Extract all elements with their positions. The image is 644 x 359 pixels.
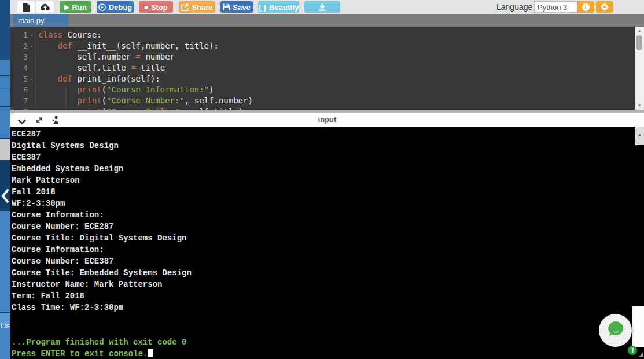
play-icon: ▶ [64, 4, 69, 10]
line-number: 4 [10, 62, 28, 73]
console-line: Term: Fall 2018 [12, 290, 644, 302]
gear-icon [601, 3, 609, 11]
resize-grip-icon[interactable] [638, 352, 643, 357]
sidebar-segment[interactable] [0, 211, 10, 312]
stop-icon: ■ [144, 4, 148, 10]
language-value: Python 3 [538, 3, 567, 12]
sidebar-segment[interactable] [0, 107, 10, 138]
scroll-up-icon[interactable]: ▲ [635, 27, 644, 35]
tab-bar: main.py [10, 14, 644, 27]
line-number: 6 [10, 84, 28, 95]
code-line[interactable]: 5▾ def print_info(self): [10, 73, 634, 84]
fold-arrow-icon[interactable]: ▾ [28, 29, 36, 40]
console-line: Course Title: Digital Systems Design [12, 232, 644, 244]
console-line: Course Number: ECE387 [12, 256, 644, 267]
cloud-upload-icon [41, 3, 50, 11]
console-line: Fall 2018 [12, 186, 644, 198]
console-line: Course Information: [12, 209, 644, 221]
download-button[interactable] [304, 1, 340, 13]
save-button-label: Save [233, 3, 250, 12]
fold-spacer [28, 84, 36, 95]
console-input-label: input [10, 115, 644, 124]
code-text: def __init__(self,number, title): [36, 40, 634, 51]
code-line[interactable]: 1▾class Course: [10, 29, 634, 40]
save-icon [223, 3, 230, 10]
social-sidebar: Us [0, 0, 10, 359]
console-line: Embedded Systems Design [12, 163, 644, 175]
code-lines: 1▾class Course:2▾ def __init__(self,numb… [10, 29, 634, 110]
run-button[interactable]: ▶ Run [60, 1, 91, 13]
sidebar-segment[interactable] [0, 76, 10, 91]
cloud-upload-button[interactable] [36, 1, 54, 13]
cookie-settings-icon[interactable] [628, 346, 637, 355]
code-line[interactable]: 4 self.title = title [10, 62, 634, 73]
code-editor[interactable]: 1▾class Course:2▾ def __init__(self,numb… [10, 27, 644, 110]
console-line: ECE287 [12, 128, 644, 140]
line-number: 3 [10, 51, 28, 62]
code-line[interactable]: 2▾ def __init__(self,number, title): [10, 40, 634, 51]
editor-scrollbar[interactable]: ▲ ▼ [635, 27, 644, 110]
tab-main-py[interactable]: main.py [13, 14, 68, 27]
console-scroll-up-icon[interactable]: ▲ [635, 127, 644, 145]
language-label: Language [496, 2, 532, 12]
beautify-button[interactable]: { } Beautify [258, 1, 299, 13]
code-text: def print_info(self): [36, 73, 634, 84]
line-number: 1 [10, 29, 28, 40]
download-icon [318, 3, 326, 11]
settings-button[interactable] [596, 1, 613, 13]
new-file-button[interactable] [17, 1, 35, 13]
stop-button-label: Stop [151, 3, 168, 12]
console-header: input [10, 113, 644, 127]
stop-button[interactable]: ■ Stop [139, 1, 173, 13]
console-line: Course Title: Embedded Systems Design [12, 267, 644, 279]
save-button[interactable]: Save [220, 1, 253, 13]
console-line: Course Number: ECE287 [12, 221, 644, 232]
share-icon [181, 3, 189, 11]
code-text: class Course: [36, 29, 634, 40]
console-line: ECE387 [12, 151, 644, 163]
scroll-down-icon[interactable]: ▼ [635, 102, 644, 109]
console-line: Course Information: [12, 244, 644, 256]
code-line[interactable]: 6 print("Course Information:") [10, 84, 634, 95]
line-number: 7 [10, 95, 28, 106]
sidebar-segment[interactable] [0, 139, 10, 160]
sidebar-segment[interactable] [0, 0, 10, 60]
fold-arrow-icon[interactable]: ▾ [28, 40, 36, 51]
chat-button[interactable] [599, 314, 632, 347]
share-button[interactable]: Share [179, 1, 215, 13]
console-line: Instructor Name: Mark Patterson [12, 279, 644, 290]
collapse-sidebar-icon[interactable] [1, 189, 9, 205]
debug-icon [98, 3, 106, 11]
line-number: 5 [10, 73, 28, 84]
code-line[interactable]: 7 print("Course Number:", self.number) [10, 95, 634, 106]
chat-bubble-icon [605, 319, 626, 342]
fold-spacer [28, 95, 36, 106]
console-line: Mark Patterson [12, 175, 644, 186]
braces-icon: { } [258, 3, 266, 12]
beautify-button-label: Beautify [269, 3, 299, 12]
console-line: ...Program finished with exit code 0 [12, 336, 644, 348]
console-line [12, 313, 644, 325]
sidebar-segment[interactable] [0, 325, 10, 359]
code-text: print("Course Number:", self.number) [36, 95, 634, 106]
sidebar-segment[interactable] [0, 91, 10, 106]
fold-spacer [28, 62, 36, 73]
debug-button-label: Debug [109, 3, 132, 12]
onlinegdb-ide: ▶ Run Debug ■ Stop Share Save { } [0, 0, 644, 359]
toolbar: ▶ Run Debug ■ Stop Share Save { } [10, 0, 644, 14]
info-button[interactable]: i [577, 1, 594, 13]
share-button-label: Share [192, 3, 212, 12]
fold-arrow-icon[interactable]: ▾ [28, 73, 36, 84]
console-output[interactable]: ECE287Digital Systems DesignECE387Embedd… [10, 127, 644, 359]
code-text: print("Course Information:") [36, 84, 634, 95]
sidebar-segment[interactable] [0, 60, 10, 75]
line-number: 2 [10, 40, 28, 51]
console-line: WF:2-3:30pm [12, 198, 644, 209]
debug-button[interactable]: Debug [97, 1, 134, 13]
new-file-icon [23, 3, 30, 12]
code-line[interactable]: 3 self.number = number [10, 51, 634, 62]
run-button-label: Run [72, 3, 87, 12]
editor-scrollbar-thumb[interactable] [636, 35, 642, 50]
code-text: self.title = title [36, 62, 634, 73]
chat-widget-panel [632, 306, 644, 347]
